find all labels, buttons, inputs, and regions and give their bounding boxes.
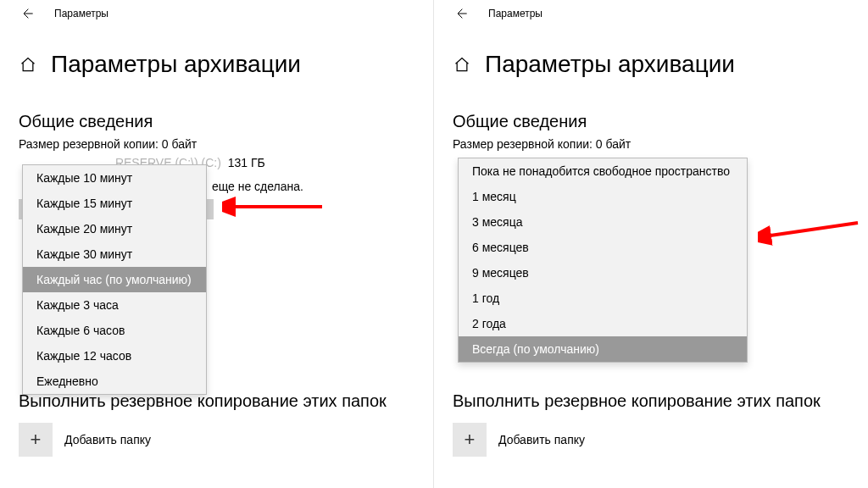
- retain-option[interactable]: 3 месяца: [459, 209, 747, 235]
- page-title: Параметры архивации: [485, 51, 735, 78]
- page-header: Параметры архивации: [434, 27, 868, 92]
- drive-size: 131 ГБ: [228, 156, 265, 169]
- add-folder-label: Добавить папку: [498, 433, 585, 446]
- folders-section: Выполнить резервное копирование этих пап…: [453, 391, 848, 457]
- retain-option[interactable]: 9 месяцев: [459, 260, 747, 286]
- add-folder-label: Добавить папку: [64, 433, 151, 446]
- plus-icon: +: [19, 423, 53, 457]
- back-arrow-icon: [454, 7, 468, 20]
- annotation-arrow-icon: [758, 218, 860, 248]
- page-header: Параметры архивации: [0, 27, 433, 92]
- folders-heading: Выполнить резервное копирование этих пап…: [453, 391, 848, 411]
- titlebar: Параметры: [0, 0, 433, 27]
- freq-option[interactable]: Каждые 30 минут: [23, 241, 206, 267]
- svg-line-1: [765, 223, 858, 236]
- titlebar-label: Параметры: [54, 8, 108, 19]
- overview-heading: Общие сведения: [19, 112, 416, 131]
- back-arrow-icon: [20, 7, 34, 20]
- retain-option[interactable]: 1 месяц: [459, 184, 747, 209]
- freq-option[interactable]: Каждые 6 часов: [23, 318, 206, 343]
- freq-option[interactable]: Каждые 20 минут: [23, 216, 206, 241]
- backup-size-text: Размер резервной копии: 0 байт: [453, 136, 851, 152]
- annotation-arrow-icon: [222, 195, 324, 220]
- freq-option-selected[interactable]: Каждый час (по умолчанию): [23, 267, 206, 292]
- home-button[interactable]: [19, 55, 37, 74]
- panel-right: Параметры Параметры архивации Общие свед…: [434, 0, 868, 488]
- folders-section: Выполнить резервное копирование этих пап…: [19, 391, 413, 457]
- retain-option[interactable]: 2 года: [459, 311, 747, 336]
- home-icon: [453, 56, 470, 73]
- overview-heading: Общие сведения: [453, 112, 851, 131]
- freq-option[interactable]: Ежедневно: [23, 369, 206, 394]
- freq-option[interactable]: Каждые 15 минут: [23, 191, 206, 216]
- panel-left: Параметры Параметры архивации Общие свед…: [0, 0, 434, 488]
- retain-option[interactable]: Пока не понадобится свободное пространст…: [459, 158, 747, 184]
- back-button[interactable]: [17, 3, 37, 24]
- add-folder-button[interactable]: + Добавить папку: [19, 423, 413, 457]
- retain-option-selected[interactable]: Всегда (по умолчанию): [459, 336, 747, 362]
- titlebar-label: Параметры: [488, 8, 542, 19]
- retention-menu: Пока не понадобится свободное пространст…: [458, 158, 748, 363]
- not-done-text: еще не сделана.: [212, 180, 303, 193]
- retain-option[interactable]: 6 месяцев: [459, 235, 747, 260]
- home-button[interactable]: [453, 55, 471, 74]
- back-button[interactable]: [451, 3, 471, 24]
- page-title: Параметры архивации: [51, 51, 301, 78]
- overview-section: Общие сведения Размер резервной копии: 0…: [434, 92, 868, 152]
- frequency-menu: Каждые 10 минут Каждые 15 минут Каждые 2…: [22, 164, 207, 395]
- plus-icon: +: [453, 423, 487, 457]
- retain-option[interactable]: 1 год: [459, 286, 747, 311]
- home-icon: [19, 56, 36, 73]
- freq-option[interactable]: Каждые 10 минут: [23, 165, 206, 191]
- backup-size-text: Размер резервной копии: 0 байт: [19, 136, 416, 152]
- freq-option[interactable]: Каждые 3 часа: [23, 292, 206, 318]
- add-folder-button[interactable]: + Добавить папку: [453, 423, 848, 457]
- titlebar: Параметры: [434, 0, 868, 27]
- freq-option[interactable]: Каждые 12 часов: [23, 343, 206, 369]
